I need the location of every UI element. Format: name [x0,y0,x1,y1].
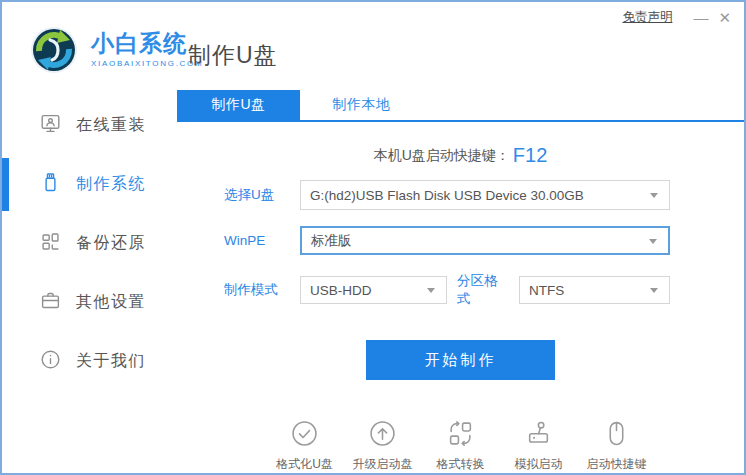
format-convert-icon [447,420,474,451]
tool-label: 模拟启动 [515,456,563,473]
mode-select[interactable]: USB-HDD [300,276,447,304]
check-circle-icon [291,420,318,451]
content-panel: 制作U盘 制作本地 本机U盘启动快捷键：F12 选择U盘 G:(hd2)USB … [177,90,744,473]
usb-drive-icon [40,172,61,197]
upgrade-arrow-icon [369,420,396,451]
partition-select[interactable]: NTFS [519,276,670,304]
tool-format-convert[interactable]: 格式转换 [429,420,493,473]
boot-hotkey-prefix: 本机U盘启动快捷键： [374,147,510,163]
sidebar: 在线重装 制作系统 [2,90,177,473]
mode-select-value: USB-HDD [310,283,372,298]
minimize-button[interactable]: — [688,9,713,26]
backup-grid-icon [40,231,61,256]
usb-select-row: 选择U盘 G:(hd2)USB Flash Disk USB Device 30… [224,180,744,210]
page-title: 制作U盘 [188,40,278,71]
monitor-user-icon [40,113,61,138]
sidebar-item-label: 备份还原 [76,233,146,254]
brand-logo: 小白系统 XIAOBAIXITONG.COM [30,26,203,74]
sidebar-item-other-settings[interactable]: 其他设置 [2,273,177,332]
brand-logo-icon [30,26,78,74]
tool-simulate-boot[interactable]: 模拟启动 [507,420,571,473]
sidebar-item-label: 制作系统 [76,174,146,195]
chevron-down-icon [650,193,658,198]
tool-label: 升级启动盘 [353,456,413,473]
body: 在线重装 制作系统 [2,90,744,473]
tool-boot-hotkey[interactable]: 启动快捷键 [585,420,649,473]
brand-text: 小白系统 XIAOBAIXITONG.COM [91,32,203,68]
usb-select[interactable]: G:(hd2)USB Flash Disk USB Device 30.00GB [300,180,670,210]
joystick-icon [525,420,552,451]
chevron-down-icon [427,288,435,293]
header: 小白系统 XIAOBAIXITONG.COM 制作U盘 免责声明 — ✕ [2,2,744,90]
sidebar-item-backup-restore[interactable]: 备份还原 [2,214,177,273]
tool-upgrade-boot-disk[interactable]: 升级启动盘 [351,420,415,473]
winpe-select-value: 标准版 [311,232,352,250]
mode-select-label: 制作模式 [224,281,300,299]
active-indicator [2,158,9,211]
usb-select-label: 选择U盘 [224,186,300,204]
tool-label: 格式化U盘 [276,456,333,473]
tool-label: 启动快捷键 [587,456,647,473]
brand-name: 小白系统 [91,32,203,55]
close-button[interactable]: ✕ [713,9,736,26]
partition-select-label: 分区格式 [457,272,509,308]
disclaimer-link[interactable]: 免责声明 [622,9,672,26]
mode-partition-row: 制作模式 USB-HDD 分区格式 NTFS [224,272,744,308]
tab-bar: 制作U盘 制作本地 [177,90,744,122]
chevron-down-icon [650,288,658,293]
app-window: 小白系统 XIAOBAIXITONG.COM 制作U盘 免责声明 — ✕ [0,0,746,475]
tool-label: 格式转换 [437,456,485,473]
sidebar-item-about-us[interactable]: 关于我们 [2,332,177,391]
start-make-button[interactable]: 开始制作 [366,340,555,380]
sidebar-item-label: 其他设置 [76,292,146,313]
info-icon [40,349,61,374]
partition-select-value: NTFS [529,283,564,298]
mouse-icon [603,420,630,451]
sidebar-item-label: 在线重装 [76,115,146,136]
brand-domain: XIAOBAIXITONG.COM [91,59,203,68]
tools-row: 格式化U盘 升级启动盘 [177,420,744,473]
usb-select-value: G:(hd2)USB Flash Disk USB Device 30.00GB [310,188,584,203]
winpe-select-row: WinPE 标准版 [224,226,744,255]
titlebar-controls: 免责声明 — ✕ [622,9,736,26]
boot-hotkey-line: 本机U盘启动快捷键：F12 [177,144,744,166]
sidebar-item-online-reinstall[interactable]: 在线重装 [2,96,177,155]
settings-form: 选择U盘 G:(hd2)USB Flash Disk USB Device 30… [177,180,744,308]
winpe-select[interactable]: 标准版 [300,226,670,255]
briefcase-icon [40,290,61,315]
sidebar-item-make-system[interactable]: 制作系统 [2,155,177,214]
chevron-down-icon [649,239,657,244]
winpe-select-label: WinPE [224,233,300,248]
tab-make-local[interactable]: 制作本地 [300,90,423,120]
tab-make-usb[interactable]: 制作U盘 [177,90,300,120]
sidebar-item-label: 关于我们 [76,351,146,372]
boot-hotkey-value: F12 [513,144,547,166]
tool-format-usb[interactable]: 格式化U盘 [273,420,337,473]
